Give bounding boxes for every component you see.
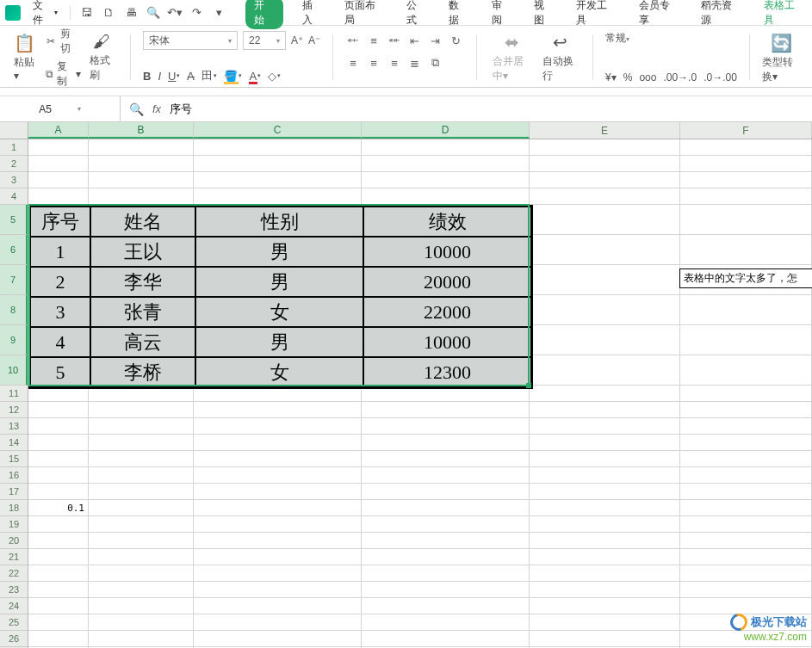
cell[interactable] bbox=[680, 386, 812, 402]
cell[interactable] bbox=[89, 484, 194, 500]
cell[interactable] bbox=[89, 156, 194, 172]
tab-member[interactable]: 会员专享 bbox=[635, 0, 682, 31]
table-cell[interactable]: 10000 bbox=[363, 327, 531, 357]
cell[interactable] bbox=[362, 549, 530, 565]
table-cell[interactable]: 男 bbox=[195, 267, 363, 297]
cut-button[interactable]: ✂剪切 bbox=[44, 27, 81, 56]
tab-resources[interactable]: 稻壳资源 bbox=[697, 0, 744, 31]
cell[interactable] bbox=[194, 156, 362, 172]
format-painter-button[interactable]: 🖌 格式刷 bbox=[86, 30, 119, 84]
cell[interactable] bbox=[28, 435, 89, 451]
cell[interactable] bbox=[194, 631, 362, 647]
cell[interactable] bbox=[89, 451, 194, 467]
row-header-18[interactable]: 18 bbox=[0, 500, 28, 516]
table-cell[interactable]: 22000 bbox=[363, 297, 531, 327]
table-cell[interactable]: 高云 bbox=[90, 327, 195, 357]
col-header-F[interactable]: F bbox=[680, 122, 812, 139]
decrease-decimal-icon[interactable]: .0→.00 bbox=[704, 71, 737, 83]
cell[interactable] bbox=[530, 516, 680, 533]
cell[interactable] bbox=[28, 418, 89, 435]
table-cell[interactable]: 女 bbox=[195, 297, 363, 327]
cell[interactable] bbox=[362, 516, 530, 533]
cell[interactable] bbox=[362, 435, 530, 451]
row-header-12[interactable]: 12 bbox=[0, 402, 28, 418]
table-cell[interactable]: 4 bbox=[30, 327, 90, 357]
cell[interactable] bbox=[194, 402, 362, 418]
table-cell[interactable]: 李桥 bbox=[90, 357, 195, 387]
font-name-select[interactable]: 宋体▾ bbox=[143, 31, 238, 50]
cell[interactable] bbox=[362, 500, 530, 516]
table-cell[interactable]: 1 bbox=[30, 237, 90, 267]
cell[interactable] bbox=[28, 533, 89, 549]
align-middle-icon[interactable]: ≡ bbox=[366, 34, 381, 47]
row-header-26[interactable]: 26 bbox=[0, 631, 28, 647]
tab-dev-tools[interactable]: 开发工具 bbox=[573, 0, 619, 31]
strike-icon[interactable]: A̶ bbox=[187, 70, 195, 83]
cell[interactable] bbox=[362, 172, 530, 188]
table-cell[interactable]: 2 bbox=[30, 267, 90, 297]
cell[interactable] bbox=[194, 467, 362, 484]
cell[interactable] bbox=[89, 533, 194, 549]
bold-icon[interactable]: B bbox=[143, 70, 151, 83]
cell[interactable] bbox=[530, 533, 680, 549]
cell[interactable] bbox=[362, 188, 530, 205]
cell[interactable] bbox=[89, 582, 194, 598]
table-header-cell[interactable]: 性别 bbox=[195, 207, 363, 237]
align-center-icon[interactable]: ≡ bbox=[366, 57, 381, 70]
more-icon[interactable]: ▾ bbox=[210, 3, 229, 22]
cell[interactable] bbox=[530, 235, 680, 265]
cells-area[interactable]: 0.1序号姓名性别绩效1王以男100002李华男200003张青女220004高… bbox=[28, 139, 812, 648]
table-header-cell[interactable]: 序号 bbox=[30, 207, 90, 237]
cell[interactable] bbox=[89, 435, 194, 451]
cell[interactable] bbox=[530, 631, 680, 647]
cell[interactable] bbox=[89, 614, 194, 631]
cell[interactable] bbox=[194, 188, 362, 205]
tab-start[interactable]: 开始 bbox=[245, 0, 282, 29]
cell[interactable] bbox=[28, 631, 89, 647]
cell[interactable] bbox=[680, 139, 812, 156]
indent-inc-icon[interactable]: ⇥ bbox=[428, 34, 443, 47]
print-preview-icon[interactable]: 🗋 bbox=[100, 3, 119, 22]
cell[interactable] bbox=[362, 484, 530, 500]
cell[interactable] bbox=[89, 402, 194, 418]
table-cell[interactable]: 10000 bbox=[363, 237, 531, 267]
select-all-corner[interactable] bbox=[0, 122, 28, 139]
cell[interactable] bbox=[530, 451, 680, 467]
cell[interactable] bbox=[530, 614, 680, 631]
cell[interactable] bbox=[530, 355, 680, 386]
cell[interactable]: 0.1 bbox=[28, 500, 89, 516]
cell[interactable] bbox=[362, 139, 530, 156]
row-header-8[interactable]: 8 bbox=[0, 295, 28, 325]
cell[interactable] bbox=[194, 582, 362, 598]
tab-review[interactable]: 审阅 bbox=[488, 0, 515, 31]
cell[interactable] bbox=[362, 565, 530, 582]
row-header-19[interactable]: 19 bbox=[0, 516, 28, 533]
cell[interactable] bbox=[680, 156, 812, 172]
comment-box[interactable]: 表格中的文字太多了，怎 bbox=[679, 268, 812, 288]
cell[interactable] bbox=[530, 418, 680, 435]
cell[interactable] bbox=[89, 467, 194, 484]
cell[interactable] bbox=[28, 402, 89, 418]
cell[interactable] bbox=[194, 516, 362, 533]
cell[interactable] bbox=[194, 614, 362, 631]
cell[interactable] bbox=[89, 188, 194, 205]
row-header-4[interactable]: 4 bbox=[0, 188, 28, 205]
undo-icon[interactable]: ↶▾ bbox=[165, 3, 184, 22]
cell[interactable] bbox=[89, 418, 194, 435]
print-icon[interactable]: 🖶 bbox=[121, 3, 140, 22]
cell[interactable] bbox=[28, 156, 89, 172]
cell[interactable] bbox=[194, 418, 362, 435]
cell[interactable] bbox=[89, 549, 194, 565]
cell[interactable] bbox=[362, 402, 530, 418]
cell[interactable] bbox=[530, 325, 680, 355]
cell[interactable] bbox=[28, 467, 89, 484]
cell[interactable] bbox=[28, 139, 89, 156]
preview-icon[interactable]: 🔍 bbox=[144, 3, 163, 22]
row-header-23[interactable]: 23 bbox=[0, 582, 28, 598]
row-header-5[interactable]: 5 bbox=[0, 205, 28, 235]
col-header-E[interactable]: E bbox=[530, 122, 680, 139]
cell[interactable] bbox=[530, 402, 680, 418]
cell[interactable] bbox=[28, 598, 89, 614]
cell[interactable] bbox=[680, 549, 812, 565]
cell[interactable] bbox=[680, 355, 812, 386]
